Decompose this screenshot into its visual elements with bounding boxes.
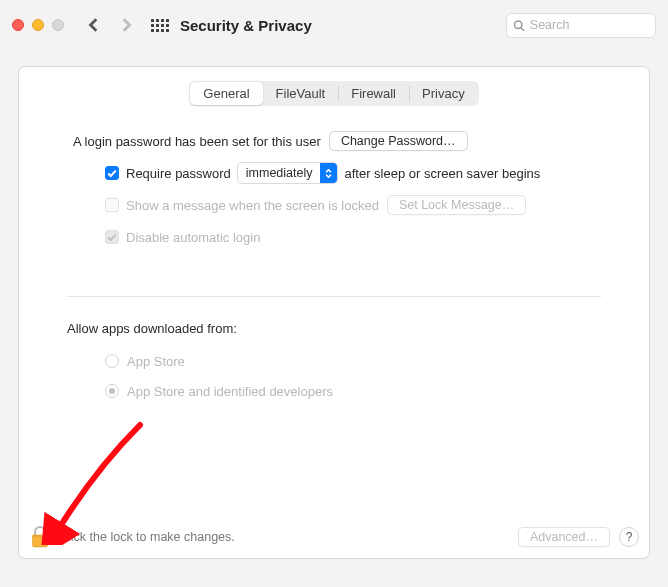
bottom-bar: Click the lock to make changes. Advanced…	[29, 525, 639, 549]
disable-autologin-label: Disable automatic login	[126, 230, 260, 245]
titlebar: Security & Privacy	[0, 0, 668, 50]
window-title: Security & Privacy	[180, 17, 312, 34]
lock-hint-text: Click the lock to make changes.	[59, 530, 235, 544]
change-password-button[interactable]: Change Password…	[329, 131, 468, 151]
radio-identified	[105, 384, 119, 398]
login-password-row: A login password has been set for this u…	[67, 130, 601, 152]
show-message-checkbox	[105, 198, 119, 212]
preferences-panel: General FileVault Firewall Privacy A log…	[18, 66, 650, 559]
tab-privacy[interactable]: Privacy	[409, 82, 478, 105]
downloads-title: Allow apps downloaded from:	[67, 321, 601, 336]
svg-rect-3	[33, 535, 48, 537]
stepper-arrows-icon	[320, 163, 337, 183]
nav-back-button[interactable]	[82, 13, 106, 37]
tab-bar: General FileVault Firewall Privacy	[19, 67, 649, 106]
advanced-button: Advanced…	[518, 527, 610, 547]
svg-rect-2	[33, 535, 48, 547]
window-minimize-button[interactable]	[32, 19, 44, 31]
radio-appstore-label: App Store	[127, 354, 185, 369]
window-zoom-button	[52, 19, 64, 31]
tab-general[interactable]: General	[190, 82, 262, 105]
require-delay-select[interactable]: immediately	[237, 162, 339, 184]
show-message-row: Show a message when the screen is locked…	[67, 194, 601, 216]
disable-autologin-checkbox	[105, 230, 119, 244]
radio-identified-row: App Store and identified developers	[67, 380, 601, 402]
section-divider	[67, 296, 601, 297]
svg-line-1	[521, 27, 524, 30]
traffic-lights	[12, 19, 64, 31]
window-close-button[interactable]	[12, 19, 24, 31]
svg-point-0	[514, 21, 521, 28]
search-icon	[513, 19, 525, 32]
require-password-checkbox[interactable]	[105, 166, 119, 180]
set-lock-message-button: Set Lock Message…	[387, 195, 526, 215]
search-input[interactable]	[525, 18, 649, 32]
lock-icon[interactable]	[29, 525, 51, 549]
show-message-label: Show a message when the screen is locked	[126, 198, 379, 213]
help-button[interactable]: ?	[619, 527, 639, 547]
tab-firewall[interactable]: Firewall	[338, 82, 409, 105]
require-delay-value: immediately	[238, 166, 321, 180]
tab-filevault[interactable]: FileVault	[263, 82, 339, 105]
radio-appstore	[105, 354, 119, 368]
require-password-tail: after sleep or screen saver begins	[344, 166, 540, 181]
general-pane: A login password has been set for this u…	[19, 106, 649, 402]
disable-autologin-row: Disable automatic login	[67, 226, 601, 248]
radio-appstore-row: App Store	[67, 350, 601, 372]
nav-forward-button	[114, 13, 138, 37]
require-password-label: Require password	[126, 166, 231, 181]
require-password-row: Require password immediately after sleep…	[67, 162, 601, 184]
login-password-text: A login password has been set for this u…	[73, 134, 321, 149]
search-field[interactable]	[506, 13, 656, 38]
show-all-prefs-button[interactable]	[148, 13, 172, 37]
radio-identified-label: App Store and identified developers	[127, 384, 333, 399]
